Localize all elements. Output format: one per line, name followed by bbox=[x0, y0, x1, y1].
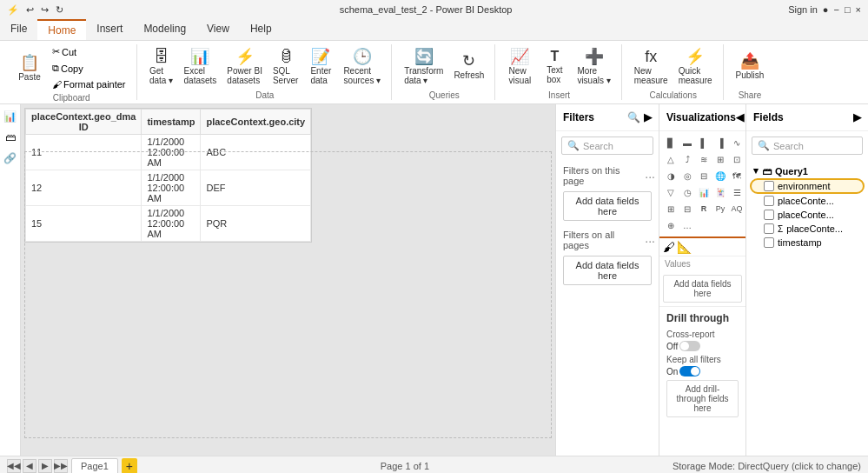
tab-insert[interactable]: Insert bbox=[86, 19, 133, 40]
viz-decomp[interactable]: ⊕ bbox=[663, 217, 679, 233]
recent-sources-button[interactable]: 🕒 Recentsources ▾ bbox=[340, 47, 384, 87]
account-icon[interactable]: ● bbox=[823, 4, 829, 15]
text-box-button[interactable]: T Textbox bbox=[539, 48, 570, 86]
viz-area-chart[interactable]: △ bbox=[663, 151, 679, 167]
field-checkbox-placeconte1[interactable] bbox=[764, 196, 774, 206]
tab-home[interactable]: Home bbox=[37, 19, 86, 40]
field-checkbox-environment[interactable] bbox=[764, 181, 774, 191]
more-visuals-button[interactable]: ➕ Morevisuals ▾ bbox=[573, 47, 613, 87]
viz-kpi[interactable]: 📊 bbox=[696, 184, 712, 200]
add-fields-this-page-btn[interactable]: Add data fields here bbox=[563, 191, 652, 221]
tab-help[interactable]: Help bbox=[240, 19, 282, 40]
publish-button[interactable]: 📤 Publish bbox=[732, 51, 768, 82]
paste-button[interactable]: 📋 Paste bbox=[14, 53, 45, 83]
fields-search-box[interactable]: 🔍 Search bbox=[752, 137, 863, 155]
field-item-environment[interactable]: environment bbox=[750, 178, 865, 194]
quick-access-redo[interactable]: ↪ bbox=[41, 4, 49, 16]
filters-search-box[interactable]: 🔍 Search bbox=[561, 137, 653, 155]
page-tab-1[interactable]: Page1 bbox=[71, 458, 118, 474]
quick-access-undo[interactable]: ↩ bbox=[26, 4, 34, 16]
new-measure-button[interactable]: fx Newmeasure bbox=[631, 47, 672, 87]
viz-funnel[interactable]: ▽ bbox=[663, 184, 679, 200]
field-item-placeconte2[interactable]: placeConte... bbox=[750, 208, 865, 222]
canvas-page-area bbox=[24, 151, 552, 438]
field-checkbox-timestamp[interactable] bbox=[764, 237, 774, 248]
on-all-pages-more[interactable]: ... bbox=[641, 231, 659, 245]
viz-expand-left-icon[interactable]: ◀ bbox=[736, 111, 744, 123]
viz-donut[interactable]: ◎ bbox=[679, 168, 695, 183]
viz-stacked-col[interactable]: ▐ bbox=[712, 135, 728, 150]
viz-format-icon[interactable]: 🖌 bbox=[663, 240, 675, 254]
model-view-icon[interactable]: 🔗 bbox=[2, 150, 19, 167]
quick-measure-button[interactable]: ⚡ Quickmeasure bbox=[675, 47, 716, 87]
nav-prev-page[interactable]: ◀ bbox=[23, 459, 36, 473]
field-checkbox-placeconte2[interactable] bbox=[764, 210, 774, 220]
cross-report-toggle[interactable]: Off bbox=[666, 341, 700, 351]
enter-data-button[interactable]: 📝 Enterdata bbox=[305, 47, 336, 87]
viz-waterfall[interactable]: ⊞ bbox=[712, 151, 728, 167]
viz-analytics-icon[interactable]: 📐 bbox=[677, 240, 692, 254]
filters-expand-icon[interactable]: ▶ bbox=[644, 111, 652, 123]
format-painter-button[interactable]: 🖌 Format painter bbox=[49, 77, 129, 91]
viz-py-visual[interactable]: Py bbox=[712, 201, 728, 217]
field-item-placeconte3[interactable]: Σ placeConte... bbox=[750, 222, 865, 236]
viz-map[interactable]: 🌐 bbox=[712, 168, 728, 183]
nav-first-page[interactable]: ◀◀ bbox=[7, 459, 21, 473]
report-view-icon[interactable]: 📊 bbox=[2, 108, 19, 125]
close-btn[interactable]: × bbox=[856, 4, 861, 15]
excel-button[interactable]: 📊 Exceldatasets bbox=[181, 47, 221, 87]
nav-last-page[interactable]: ▶▶ bbox=[54, 459, 68, 473]
field-item-placeconte1[interactable]: placeConte... bbox=[750, 194, 865, 208]
sql-button[interactable]: 🛢 SQLServer bbox=[269, 47, 301, 87]
viz-filled-map[interactable]: 🗺 bbox=[729, 168, 745, 183]
viz-pie[interactable]: ◑ bbox=[663, 168, 679, 183]
add-data-fields-btn[interactable]: Add data fields here bbox=[663, 275, 742, 303]
fields-group-header[interactable]: ▾ 🗃 Query1 bbox=[750, 163, 865, 178]
add-page-button[interactable]: + bbox=[122, 458, 137, 474]
keep-filters-toggle[interactable]: On bbox=[666, 366, 700, 376]
viz-table[interactable]: ⊞ bbox=[663, 201, 679, 217]
tab-file[interactable]: File bbox=[0, 19, 37, 40]
viz-line-col[interactable]: ⤴ bbox=[679, 151, 695, 167]
field-item-timestamp[interactable]: timestamp bbox=[750, 236, 865, 250]
viz-column-chart[interactable]: ▌ bbox=[696, 135, 712, 150]
cut-button[interactable]: ✂ Cut bbox=[49, 44, 129, 59]
signin-link[interactable]: Sign in bbox=[788, 4, 818, 15]
minimize-btn[interactable]: − bbox=[833, 4, 838, 15]
filters-search-icon[interactable]: 🔍 bbox=[627, 111, 640, 123]
viz-multi-row[interactable]: ☰ bbox=[729, 184, 745, 200]
storage-mode[interactable]: Storage Mode: DirectQuery (click to chan… bbox=[673, 461, 861, 471]
fields-expand-icon[interactable]: ▶ bbox=[853, 111, 861, 123]
new-visual-button[interactable]: 📈 Newvisual bbox=[504, 47, 535, 87]
cross-report-track[interactable] bbox=[679, 341, 700, 351]
viz-matrix[interactable]: ⊟ bbox=[679, 201, 695, 217]
keep-filters-track[interactable] bbox=[679, 366, 700, 376]
viz-scatter[interactable]: ⊡ bbox=[729, 151, 745, 167]
field-checkbox-placeconte3[interactable] bbox=[764, 223, 774, 234]
data-view-icon[interactable]: 🗃 bbox=[2, 129, 19, 146]
viz-r-visual[interactable]: R bbox=[696, 201, 712, 217]
viz-treemap[interactable]: ⊟ bbox=[696, 168, 712, 183]
viz-bar-chart[interactable]: ▊ bbox=[663, 135, 679, 150]
get-data-button[interactable]: 🗄 Getdata ▾ bbox=[146, 47, 177, 87]
viz-ribbon[interactable]: ≋ bbox=[696, 151, 712, 167]
fields-tree: ▾ 🗃 Query1 environment placeConte... pla… bbox=[746, 160, 868, 456]
viz-gauge[interactable]: ◷ bbox=[679, 184, 695, 200]
refresh-button[interactable]: ↻ Refresh bbox=[450, 51, 487, 82]
quick-access-refresh[interactable]: ↻ bbox=[56, 4, 63, 16]
nav-next-page[interactable]: ▶ bbox=[38, 459, 52, 473]
on-this-page-more[interactable]: ... bbox=[641, 167, 659, 181]
maximize-btn[interactable]: □ bbox=[845, 4, 851, 15]
viz-card[interactable]: 🃏 bbox=[712, 184, 728, 200]
add-fields-all-pages-btn[interactable]: Add data fields here bbox=[563, 256, 652, 285]
viz-aq[interactable]: AQ bbox=[729, 201, 745, 217]
copy-button[interactable]: ⧉ Copy bbox=[49, 61, 129, 76]
add-drill-fields-btn[interactable]: Add drill-through fields here bbox=[666, 380, 739, 417]
viz-stacked-bar[interactable]: ▬ bbox=[679, 135, 695, 150]
tab-modeling[interactable]: Modeling bbox=[133, 19, 196, 40]
viz-line-chart[interactable]: ∿ bbox=[729, 135, 745, 150]
transform-button[interactable]: 🔄 Transformdata ▾ bbox=[401, 47, 447, 87]
tab-view[interactable]: View bbox=[196, 19, 240, 40]
viz-more[interactable]: … bbox=[679, 217, 695, 233]
powerbi-button[interactable]: ⚡ Power BIdatasets bbox=[223, 47, 266, 87]
